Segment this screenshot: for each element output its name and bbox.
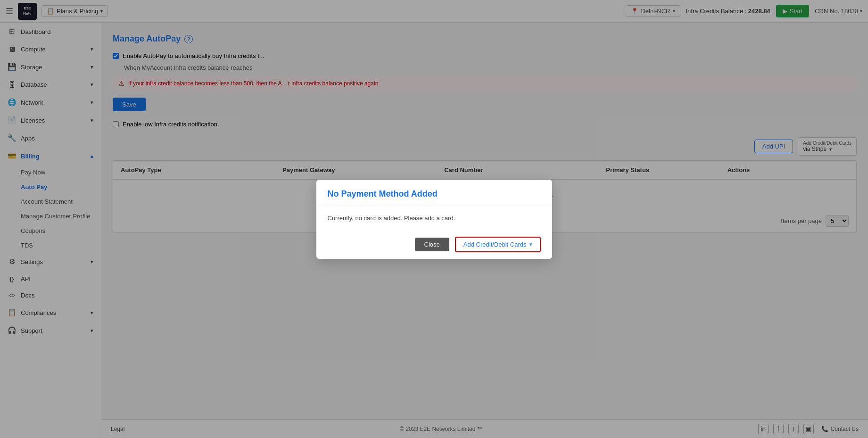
modal-header: No Payment Method Added [316,180,552,206]
modal-title: No Payment Method Added [328,189,541,199]
modal-body: Currently, no card is added. Please add … [316,206,552,230]
modal-dialog: No Payment Method Added Currently, no ca… [316,180,552,259]
modal-add-card-chevron: ▾ [529,241,532,248]
modal-body-text: Currently, no card is added. Please add … [328,215,541,222]
modal-add-card-button[interactable]: Add Credit/Debit Cards ▾ [455,237,541,252]
modal-overlay[interactable]: No Payment Method Added Currently, no ca… [0,0,868,438]
modal-footer: Close Add Credit/Debit Cards ▾ [316,230,552,259]
modal-add-card-label: Add Credit/Debit Cards [463,241,527,248]
modal-close-button[interactable]: Close [415,238,449,251]
